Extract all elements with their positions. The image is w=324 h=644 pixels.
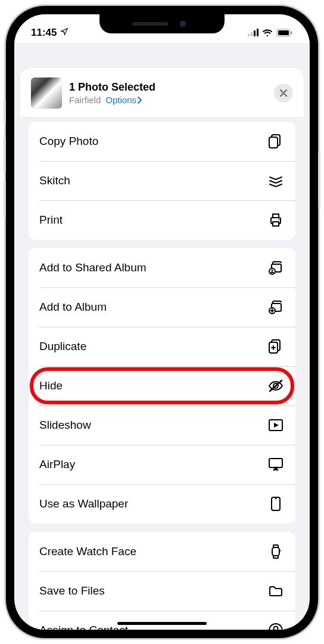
action-wallpaper[interactable]: Use as Wallpaper [29,484,295,524]
action-group: Copy PhotoSkitchPrint [29,122,295,240]
action-label: Assign to Contact [39,624,128,630]
action-label: Create Watch Face [39,545,136,558]
home-indicator[interactable] [117,622,207,625]
action-label: Add to Shared Album [39,261,147,274]
action-label: Hide [39,379,63,392]
location-text: Fairfield [69,95,101,105]
location-services-icon [60,27,68,39]
sheet-title: 1 Photo Selected [69,81,267,94]
action-label: Skitch [39,174,70,187]
action-label: Copy Photo [39,135,98,148]
cellular-signal-icon [248,29,258,36]
action-label: Print [39,213,63,227]
options-button[interactable]: Options [105,95,142,105]
skitch-icon [267,173,285,188]
folder-icon [267,583,285,599]
iphone-frame: 11:45 1 Photo Selected [6,6,318,638]
status-time: 11:45 [31,27,57,39]
hide-icon [267,378,285,394]
volume-up-button[interactable] [4,137,6,173]
share-sheet: 1 Photo Selected Fairfield Options Copy … [20,68,304,630]
action-slideshow[interactable]: Slideshow [29,405,295,445]
action-hide[interactable]: Hide [29,366,295,405]
action-group: Create Watch FaceSave to FilesAssign to … [29,532,295,630]
action-skitch[interactable]: Skitch [29,161,295,200]
svg-rect-2 [291,32,292,35]
annotation-highlight [30,367,294,404]
action-add-album[interactable]: Add to Album [29,287,295,327]
notch [99,14,225,33]
shared-album-icon [267,260,285,275]
wallpaper-icon [267,496,285,512]
action-shared-album[interactable]: Add to Shared Album [29,248,295,287]
svg-rect-1 [278,30,289,35]
action-label: Save to Files [39,584,105,597]
copy-icon [267,134,285,149]
sheet-header: 1 Photo Selected Fairfield Options [20,68,304,117]
action-label: AirPlay [39,458,75,471]
action-copy[interactable]: Copy Photo [29,122,295,161]
action-watch[interactable]: Create Watch Face [29,532,295,571]
action-label: Use as Wallpaper [39,497,128,510]
photo-thumbnail[interactable] [31,78,62,109]
options-label: Options [105,95,136,105]
duplicate-icon [267,339,285,354]
sheet-body[interactable]: Copy PhotoSkitchPrintAdd to Shared Album… [20,117,304,630]
screen: 11:45 1 Photo Selected [14,14,310,630]
slideshow-icon [267,417,285,433]
silence-switch[interactable] [4,101,6,122]
action-print[interactable]: Print [29,200,295,240]
action-contact[interactable]: Assign to Contact [29,611,295,630]
watch-icon [267,544,285,559]
action-label: Duplicate [39,340,86,353]
airplay-icon [267,457,285,472]
action-folder[interactable]: Save to Files [29,571,295,611]
action-label: Slideshow [39,419,91,432]
power-button[interactable] [318,152,320,206]
action-duplicate[interactable]: Duplicate [29,327,295,366]
add-album-icon [267,299,285,315]
contact-icon [267,623,285,630]
battery-icon [276,29,293,37]
action-label: Add to Album [39,301,107,314]
close-button[interactable] [274,83,293,103]
volume-down-button[interactable] [4,182,6,218]
action-airplay[interactable]: AirPlay [29,445,295,484]
wifi-icon [262,29,273,37]
action-group: Add to Shared AlbumAdd to AlbumDuplicate… [29,248,295,524]
print-icon [267,212,285,228]
